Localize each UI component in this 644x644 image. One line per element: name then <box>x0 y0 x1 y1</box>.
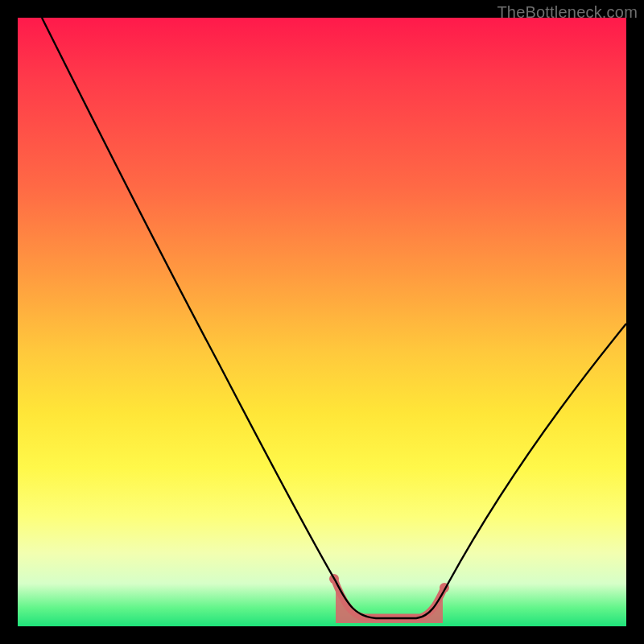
curve-path <box>42 18 626 618</box>
watermark-text: TheBottleneck.com <box>497 3 638 22</box>
bottleneck-curve <box>18 18 626 626</box>
chart-stage: TheBottleneck.com <box>0 0 644 644</box>
plot-area <box>18 18 626 626</box>
highlight-band-stroke <box>334 579 444 617</box>
